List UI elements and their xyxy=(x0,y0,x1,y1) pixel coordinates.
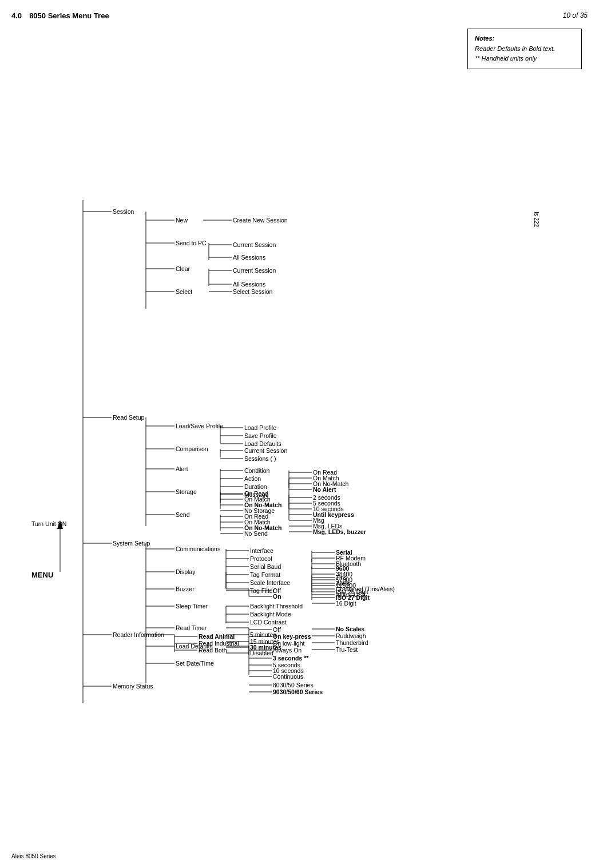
read-both-label: Read Both xyxy=(199,647,227,654)
condition-label: Condition xyxy=(244,467,270,474)
rt-continuous-label: Continuous xyxy=(273,673,303,680)
rt-on-lowlight-label: On low-light xyxy=(273,640,305,647)
allflex-label: Allflex USA xyxy=(336,591,366,598)
backlight-threshold-label: Backlight Threshold xyxy=(250,603,303,610)
page-container: 4.0 8050 Series Menu Tree 10 of 35 Notes… xyxy=(0,0,599,868)
set-datetime-label: Set Date/Time xyxy=(176,660,214,667)
action-label: Action xyxy=(244,475,261,482)
alert-label: Alert xyxy=(176,465,188,472)
ld-9030-label: 9030/50/60 Series xyxy=(273,688,323,695)
backlight-mode-label: Backlight Mode xyxy=(250,611,291,618)
send-no-send-label: No Send xyxy=(244,530,268,537)
sleep-timer-label: Sleep Timer xyxy=(176,603,208,610)
lcd-contrast-label: LCD Contrast xyxy=(250,619,287,626)
page-number: 10 of 35 xyxy=(563,11,588,19)
interface-label: Interface xyxy=(250,547,273,554)
clear-label: Clear xyxy=(176,265,191,272)
rt-always-on-label: Always On xyxy=(273,647,302,654)
scale-interface-label: Scale Interface xyxy=(250,579,290,586)
current-session-2-label: Current Session xyxy=(233,267,276,274)
protocol-label: Protocol xyxy=(250,555,272,562)
is-222-label: Is 222 xyxy=(533,212,540,228)
header: 4.0 8050 Series Menu Tree 10 of 35 xyxy=(11,11,588,20)
current-session-1-label: Current Session xyxy=(233,241,276,248)
send-label: Send xyxy=(176,511,190,518)
system-setup-label: System Setup xyxy=(113,540,150,547)
load-profile-label: Load Profile xyxy=(244,424,276,431)
sleep-5min-label: 5 minutes xyxy=(250,631,276,638)
header-version-title: 4.0 8050 Series Menu Tree xyxy=(11,11,109,20)
load-defaults-label: Load Defaults xyxy=(244,440,281,447)
footer-left: Aleis 8050 Series xyxy=(11,853,56,859)
current-session-comp-label: Current Session xyxy=(244,447,287,454)
read-setup-label: Read Setup xyxy=(113,414,145,421)
tru-test-label: Tru-Test xyxy=(336,646,358,653)
digit16-label: 16 Digit xyxy=(336,600,356,607)
send-to-pc-label: Send to PC xyxy=(176,240,207,246)
rt-off-label: Off xyxy=(273,626,281,633)
msg-leds-buzzer-label: Msg, LEDs, buzzer xyxy=(313,528,366,535)
version-label: 4.0 xyxy=(11,11,22,20)
storage-label: Storage xyxy=(176,488,197,495)
communications-label: Communications xyxy=(176,546,220,552)
menu-label: MENU xyxy=(31,571,53,579)
new-label: New xyxy=(176,217,188,224)
buzzer-on-label: On xyxy=(273,593,281,600)
memory-status-label: Memory Status xyxy=(113,683,153,690)
all-sessions-2-label: All Sessions xyxy=(233,281,265,288)
tag-format-label: Tag Format xyxy=(250,571,280,578)
ruddweigh-label: Ruddweigh xyxy=(336,632,366,639)
select-session-label: Select Session xyxy=(233,288,273,295)
read-timer-label: Read Timer xyxy=(176,624,207,631)
display-label: Display xyxy=(176,568,196,575)
sessions-paren-label: Sessions ( ) xyxy=(244,455,276,462)
cond-no-alert-label: No Alert xyxy=(313,486,336,493)
sleep-disabled-label: Disabled xyxy=(250,650,273,656)
save-profile-label: Save Profile xyxy=(244,432,277,439)
ld-8030-label: 8030/50 Series xyxy=(273,682,314,688)
read-industrial-label: Read Industrial xyxy=(199,640,239,647)
menu-tree-diagram: Turn Unit ON MENU Session Read Setup Sys… xyxy=(9,29,569,846)
header-title: 8050 Series Menu Tree xyxy=(29,11,109,20)
comparison-label: Comparison xyxy=(176,445,208,452)
duration-label: Duration xyxy=(244,483,267,490)
all-sessions-1-label: All Sessions xyxy=(233,254,265,261)
thunderbird-label: Thunderbird xyxy=(336,639,368,646)
footer: Aleis 8050 Series xyxy=(0,853,599,859)
create-new-session-label: Create New Session xyxy=(233,217,288,224)
serial-baud-label: Serial Baud xyxy=(250,563,281,570)
session-label: Session xyxy=(113,208,134,215)
load-save-profile-label: Load/Save Profile xyxy=(176,423,223,429)
rt-3sec-label: 3 seconds ** xyxy=(273,655,309,662)
select-label: Select xyxy=(176,288,192,295)
buzzer-label: Buzzer xyxy=(176,586,195,592)
read-animal-label: Read Animal xyxy=(199,633,235,640)
no-scales-label: No Scales xyxy=(336,626,364,632)
rt-on-keypress-label: On key-press xyxy=(273,633,311,640)
